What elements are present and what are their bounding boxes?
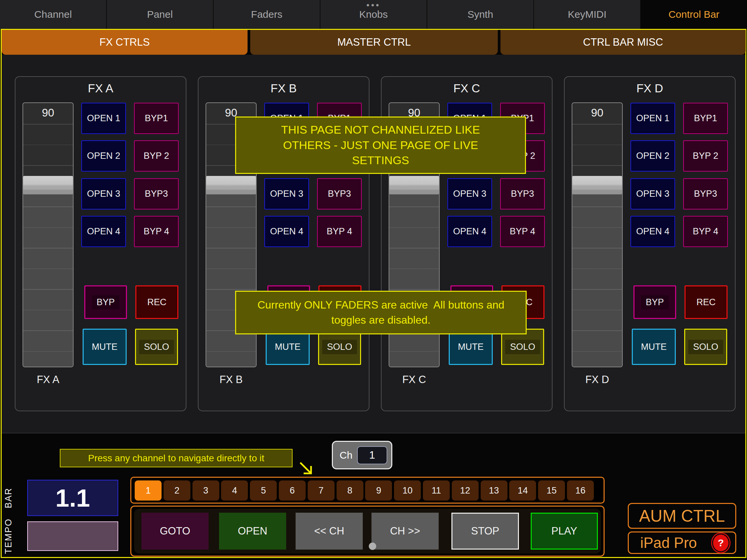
byp-4-button[interactable]: BYP 4 [134,216,179,247]
channel-display-value[interactable]: 1 [357,446,387,464]
fader-handle[interactable] [23,176,73,194]
fx-fader[interactable]: 90 [572,102,623,367]
byp-3-button[interactable]: BYP3 [683,178,728,210]
fader-handle[interactable] [572,176,622,194]
record-button[interactable]: REC [685,285,727,319]
stop-button[interactable]: STOP [452,513,519,550]
open-3-button[interactable]: OPEN 3 [447,178,492,210]
solo-button-label: SOLO [505,340,540,354]
channel-display: Ch 1 [332,441,392,469]
tab-knobs[interactable]: •••Knobs [320,0,427,29]
byp-4-button[interactable]: BYP 4 [683,216,728,247]
bypass-button-label: BYP [641,295,668,310]
fader-handle[interactable] [206,176,256,194]
fx-panel-label: FX A [23,374,74,386]
fx-panel-label: FX D [572,374,623,386]
byp-1-button[interactable]: BYP1 [134,103,179,134]
byp-4-button[interactable]: BYP 4 [500,216,545,247]
fx-panel-title: FX D [565,82,735,95]
record-button[interactable]: REC [135,285,178,319]
byp-3-button[interactable]: BYP3 [317,178,362,210]
channel-10-button[interactable]: 10 [394,480,421,501]
channel-9-button[interactable]: 9 [365,480,392,501]
goto-button[interactable]: GOTO [141,513,209,550]
bypass-button[interactable]: BYP [84,285,127,319]
byp-3-button[interactable]: BYP3 [134,178,179,210]
tab-panel[interactable]: Panel [107,0,214,29]
channel-7-button[interactable]: 7 [308,480,335,501]
channel-12-button[interactable]: 12 [452,480,479,501]
tab-label: Faders [251,9,282,20]
byp-2-button[interactable]: BYP 2 [134,140,179,171]
channel-15-button[interactable]: 15 [538,480,565,501]
solo-button-label: SOLO [322,340,357,354]
ch-button[interactable]: CH >> [371,513,439,550]
tab-faders[interactable]: Faders [214,0,320,29]
subtab-master-ctrl[interactable]: MASTER CTRL [250,30,498,55]
channel-2-button[interactable]: 2 [163,480,190,501]
solo-button[interactable]: SOLO [684,329,727,365]
tab-label: Channel [34,9,72,20]
open-4-button[interactable]: OPEN 4 [630,216,675,247]
solo-button-label: SOLO [139,340,174,354]
bypass-button-label: BYP [92,295,119,310]
open-4-button[interactable]: OPEN 4 [264,216,309,247]
brand-subtitle-label: iPad Pro [640,534,697,551]
channel-hint-label: Press any channel to navigate directly t… [60,449,292,467]
tab-label: Control Bar [668,9,719,20]
open-4-button[interactable]: OPEN 4 [447,216,492,247]
fx-fader[interactable]: 90 [23,102,74,367]
fx-panel-title: FX A [16,82,186,95]
channel-16-button[interactable]: 16 [567,480,594,501]
ch-button[interactable]: << CH [295,513,363,550]
channel-1-button[interactable]: 1 [135,480,161,501]
arrow-down-right-icon [298,460,316,479]
fx-panel: FX D 90 OPEN 1 OPEN 2 OPEN 3 OPEN 4 BYP1… [564,76,736,411]
channel-4-button[interactable]: 4 [221,480,248,501]
open-1-button[interactable]: OPEN 1 [630,103,675,134]
tab-channel[interactable]: Channel [0,0,107,29]
channel-13-button[interactable]: 13 [481,480,508,501]
byp-3-button[interactable]: BYP3 [500,178,545,210]
fader-handle[interactable] [389,176,439,194]
mute-button[interactable]: MUTE [83,329,127,365]
byp-2-button[interactable]: BYP 2 [683,140,728,171]
tab-label: Knobs [359,9,388,20]
open-4-button[interactable]: OPEN 4 [81,216,126,247]
open-button[interactable]: OPEN [219,513,286,550]
bypass-button[interactable]: BYP [634,285,676,319]
tab-keymidi[interactable]: KeyMIDI [534,0,641,29]
help-icon[interactable]: ? [713,534,728,551]
channel-5-button[interactable]: 5 [250,480,277,501]
open-2-button[interactable]: OPEN 2 [630,140,675,171]
fx-panel-label: FX B [206,374,257,386]
fader-value: 90 [23,106,73,119]
fader-value: 90 [572,106,622,119]
channel-8-button[interactable]: 8 [337,480,363,501]
channel-11-button[interactable]: 11 [423,480,450,501]
byp-4-button[interactable]: BYP 4 [317,216,362,247]
tab-synth[interactable]: Synth [427,0,534,29]
app-screen: ChannelPanelFaders•••KnobsSynthKeyMIDICo… [0,0,747,560]
channel-3-button[interactable]: 3 [192,480,219,501]
open-3-button[interactable]: OPEN 3 [264,178,309,210]
tab-control-bar[interactable]: Control Bar [641,0,747,29]
open-3-button[interactable]: OPEN 3 [81,178,126,210]
open-1-button[interactable]: OPEN 1 [81,103,126,134]
tab-label: Synth [467,9,493,20]
subtab-fx-ctrls[interactable]: FX CTRLS [2,30,248,55]
mute-button[interactable]: MUTE [632,329,676,365]
channel-14-button[interactable]: 14 [509,480,536,501]
tab-label: KeyMIDI [568,9,606,20]
fader-ticks [23,104,73,367]
open-3-button[interactable]: OPEN 3 [630,178,675,210]
solo-button[interactable]: SOLO [135,329,178,365]
play-button[interactable]: PLAY [531,513,598,550]
byp-1-button[interactable]: BYP1 [683,103,728,134]
fx-panel-title: FX C [382,82,552,95]
open-2-button[interactable]: OPEN 2 [81,140,126,171]
channel-6-button[interactable]: 6 [279,480,306,501]
notice-faders-only: Currently ONLY FADERS are active All but… [235,291,527,335]
subtab-ctrl-bar-misc[interactable]: CTRL BAR MISC [500,30,746,55]
fx-panel: FX A 90 OPEN 1 OPEN 2 OPEN 3 OPEN 4 BYP1… [15,76,186,411]
